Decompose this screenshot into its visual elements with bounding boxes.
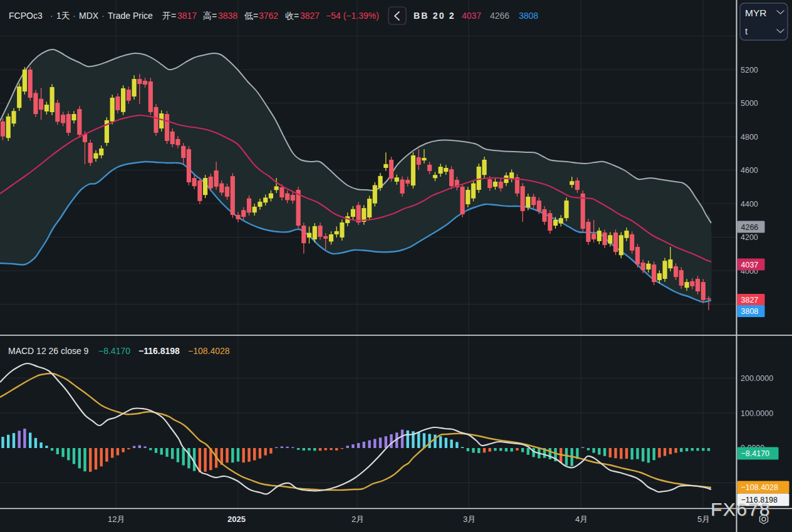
svg-text:4037: 4037	[462, 11, 481, 21]
svg-text:·: ·	[102, 11, 105, 21]
svg-text:5月: 5月	[697, 514, 710, 524]
svg-text:·: ·	[73, 11, 76, 21]
svg-text:FCPOc3: FCPOc3	[9, 11, 43, 21]
svg-text:2025: 2025	[227, 514, 246, 524]
svg-text:3817: 3817	[177, 11, 197, 21]
svg-text:MDX: MDX	[79, 11, 99, 21]
svg-text:开=: 开=	[162, 11, 176, 21]
svg-text:4037: 4037	[741, 261, 759, 269]
svg-text:2月: 2月	[352, 514, 364, 524]
svg-text:4600: 4600	[741, 166, 758, 175]
svg-text:4266: 4266	[741, 223, 759, 232]
svg-text:3月: 3月	[463, 514, 476, 524]
svg-text:12月: 12月	[108, 514, 125, 524]
svg-text:3827: 3827	[300, 11, 320, 21]
svg-text:MACD 12 26 close 9: MACD 12 26 close 9	[8, 346, 89, 356]
svg-text:3827: 3827	[741, 296, 759, 305]
svg-text:−54 (−1.39%): −54 (−1.39%)	[326, 11, 379, 21]
svg-text:高=: 高=	[203, 11, 217, 21]
svg-text:BB 20 2: BB 20 2	[414, 11, 456, 21]
svg-text:−108.4028: −108.4028	[741, 483, 778, 492]
svg-text:−116.8198: −116.8198	[138, 346, 180, 356]
svg-text:4800: 4800	[741, 133, 758, 142]
svg-text:低=: 低=	[244, 11, 258, 21]
svg-text:−8.4170: −8.4170	[98, 346, 130, 356]
svg-text:MYR: MYR	[745, 8, 766, 18]
svg-text:100.0000: 100.0000	[741, 409, 773, 418]
svg-text:−8.4170: −8.4170	[741, 449, 770, 458]
svg-text:4月: 4月	[575, 514, 588, 524]
svg-text:4266: 4266	[490, 11, 509, 21]
svg-text:收=: 收=	[285, 11, 299, 21]
svg-text:FX678: FX678	[711, 499, 771, 519]
svg-text:3808: 3808	[519, 11, 538, 21]
svg-text:1天: 1天	[56, 11, 70, 21]
svg-text:4400: 4400	[741, 200, 758, 209]
svg-text:5200: 5200	[741, 66, 758, 75]
svg-text:−108.4028: −108.4028	[188, 346, 230, 356]
svg-text:4200: 4200	[741, 233, 758, 242]
svg-text:3762: 3762	[259, 11, 278, 21]
svg-text:5000: 5000	[741, 99, 758, 108]
svg-text:200.0000: 200.0000	[741, 374, 773, 383]
svg-text:Trade Price: Trade Price	[108, 11, 153, 21]
svg-text:3808: 3808	[741, 307, 759, 316]
svg-text:3838: 3838	[218, 11, 237, 21]
svg-text:·: ·	[50, 11, 53, 21]
